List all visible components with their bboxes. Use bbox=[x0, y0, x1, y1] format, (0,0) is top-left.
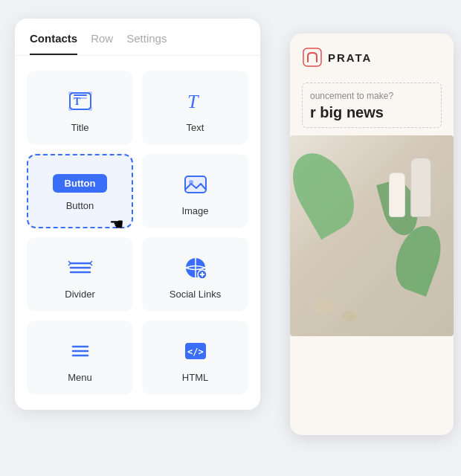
svg-text:</>: </> bbox=[187, 347, 204, 357]
tab-bar: Contacts Row Settings bbox=[15, 19, 260, 56]
button-preview: Button bbox=[53, 174, 108, 193]
grid-item-html[interactable]: </> HTML bbox=[142, 321, 248, 395]
tab-row[interactable]: Row bbox=[91, 32, 113, 55]
grid-item-button[interactable]: Button Button ☚ bbox=[27, 154, 133, 228]
svg-rect-6 bbox=[68, 107, 72, 111]
pebble-decoration-2 bbox=[342, 311, 357, 321]
html-label: HTML bbox=[182, 372, 208, 383]
svg-rect-2 bbox=[74, 94, 87, 96]
bottle-decoration-1 bbox=[410, 158, 431, 217]
leaf-decoration-1 bbox=[290, 143, 367, 239]
button-label: Button bbox=[66, 200, 94, 211]
image-label: Image bbox=[181, 205, 208, 216]
cursor-icon: ☚ bbox=[109, 215, 124, 234]
preview-announcement: ouncement to make? bbox=[310, 91, 433, 101]
main-container: Contacts Row Settings T bbox=[15, 19, 446, 457]
divider-label: Divider bbox=[65, 289, 94, 300]
menu-label: Menu bbox=[68, 372, 92, 383]
grid-item-image[interactable]: Image bbox=[142, 154, 248, 228]
tab-settings[interactable]: Settings bbox=[126, 32, 167, 55]
tab-contacts[interactable]: Contacts bbox=[30, 32, 77, 55]
divider-icon bbox=[65, 253, 95, 283]
image-icon bbox=[181, 170, 210, 199]
logo-text: PRATA bbox=[328, 51, 372, 64]
social-links-icon bbox=[181, 253, 210, 283]
preview-content-box: ouncement to make? r big news bbox=[302, 83, 442, 128]
text-icon: T bbox=[181, 86, 210, 116]
grid-item-divider[interactable]: Divider bbox=[27, 237, 133, 312]
svg-text:T: T bbox=[187, 91, 199, 112]
text-label: Text bbox=[187, 122, 204, 133]
bottle-decoration-2 bbox=[389, 173, 405, 217]
grid-item-menu[interactable]: Menu bbox=[27, 321, 133, 395]
logo-arch-icon bbox=[302, 47, 323, 68]
svg-rect-7 bbox=[88, 107, 92, 111]
pebble-decoration-1 bbox=[312, 299, 335, 314]
social-links-label: Social Links bbox=[170, 289, 221, 300]
svg-rect-3 bbox=[74, 97, 87, 99]
component-grid: T Title T bbox=[15, 68, 260, 395]
svg-rect-4 bbox=[68, 91, 72, 95]
grid-item-social-links[interactable]: Social Links bbox=[142, 237, 248, 312]
preview-product-image bbox=[290, 135, 454, 336]
grid-item-title[interactable]: T Title bbox=[27, 71, 133, 145]
svg-rect-9 bbox=[185, 176, 206, 193]
preview-panel: PRATA ouncement to make? r big news bbox=[290, 33, 454, 435]
svg-rect-5 bbox=[88, 91, 92, 95]
preview-logo: PRATA bbox=[302, 47, 442, 68]
grid-item-text[interactable]: T Text bbox=[142, 71, 248, 145]
html-icon: </> bbox=[181, 336, 210, 366]
title-label: Title bbox=[71, 122, 88, 133]
menu-icon bbox=[65, 336, 95, 366]
left-panel: Contacts Row Settings T bbox=[15, 19, 260, 410]
svg-rect-24 bbox=[303, 48, 321, 66]
preview-headline: r big news bbox=[310, 104, 433, 121]
title-icon: T bbox=[65, 86, 95, 116]
